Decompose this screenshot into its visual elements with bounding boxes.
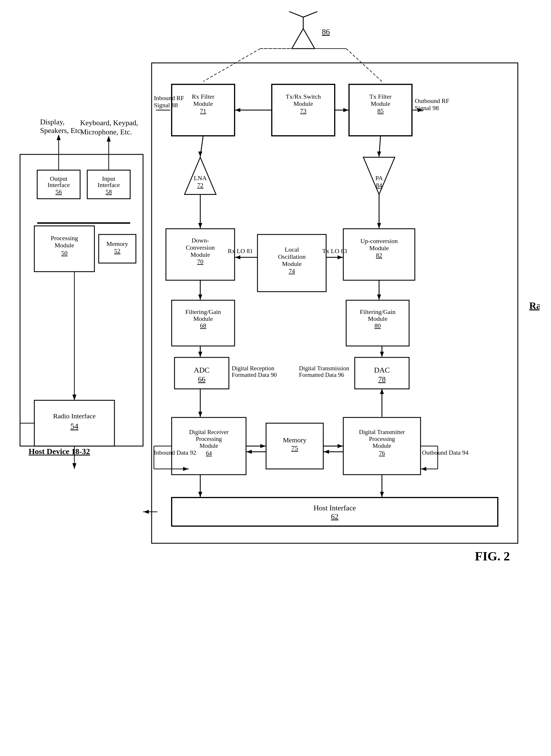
up-conversion-label: Up-conversion: [361, 237, 398, 244]
svg-line-36: [303, 11, 318, 17]
inbound-rf-label: Inbound RF: [154, 94, 184, 102]
inbound-data-label: Inbound Data 92: [154, 449, 196, 456]
down-conversion-label2: Conversion: [186, 244, 214, 251]
adc-number: 66: [198, 375, 205, 383]
down-conversion-label3: Module: [190, 251, 210, 258]
svg-rect-23: [172, 300, 234, 346]
svg-marker-69: [380, 389, 384, 394]
svg-marker-12: [72, 395, 76, 400]
svg-marker-51: [198, 295, 202, 300]
digital-receiver-label3: Module: [199, 442, 218, 449]
rx-lo-label: Rx LO 81: [228, 247, 253, 254]
tx-lo-label: Tx LO 83: [323, 247, 347, 254]
svg-rect-25: [166, 229, 234, 280]
outbound-data-label: Outbound Data 94: [422, 449, 469, 456]
svg-rect-32: [349, 84, 412, 136]
tx-filter-label2: Module: [371, 100, 390, 107]
radio-interface-label: Radio Interface: [53, 412, 96, 420]
svg-marker-94: [144, 510, 149, 514]
up-conversion-number: 82: [376, 252, 382, 259]
local-osc-label3: Module: [282, 260, 302, 267]
rx-filter-number: 71: [200, 107, 206, 114]
svg-line-38: [346, 49, 382, 81]
tx-filter-label: Tx Filter: [369, 93, 392, 100]
svg-marker-71: [380, 352, 384, 357]
filtering80-label2: Module: [368, 315, 387, 322]
local-osc-label2: Oscillation: [278, 253, 306, 260]
svg-line-76: [379, 136, 381, 157]
svg-marker-8: [57, 134, 61, 140]
svg-marker-49: [198, 223, 202, 228]
output-interface-label2: Interface: [47, 181, 70, 188]
down-conversion-number: 70: [197, 258, 203, 265]
memory-number: 52: [114, 247, 120, 254]
svg-rect-22: [355, 357, 409, 389]
antenna-number: 86: [322, 27, 330, 36]
svg-marker-77: [377, 152, 381, 157]
svg-line-35: [289, 11, 303, 17]
speakers-label: Speakers, Etc.: [40, 126, 82, 135]
lna-label: LNA: [194, 174, 206, 182]
memory-label: Memory: [106, 240, 128, 247]
svg-marker-47: [198, 152, 202, 157]
svg-rect-26: [257, 234, 326, 292]
radio-interface-number: 54: [70, 422, 78, 431]
svg-rect-1: [37, 170, 80, 199]
pa-label: PA: [375, 174, 383, 182]
svg-rect-27: [343, 229, 415, 280]
svg-marker-81: [338, 255, 343, 259]
svg-marker-55: [198, 412, 202, 417]
filtering80-label: Filtering/Gain: [360, 308, 396, 315]
digital-reception-label: Digital Reception: [232, 365, 274, 372]
outbound-rf-label: Outbound RF: [415, 97, 449, 104]
tx-filter-number: 85: [377, 107, 384, 114]
svg-marker-53: [198, 352, 202, 357]
svg-marker-65: [338, 444, 343, 448]
svg-rect-31: [272, 84, 335, 136]
txrx-switch-number: 73: [300, 107, 307, 114]
svg-marker-57: [198, 492, 202, 497]
svg-marker-59: [380, 492, 384, 497]
dac-number: 78: [378, 375, 386, 383]
memory75-label: Memory: [283, 436, 307, 444]
svg-rect-2: [87, 170, 130, 199]
up-conversion-label2: Module: [369, 244, 389, 252]
inbound-rf-label2: Signal 88: [154, 102, 178, 109]
svg-marker-67: [324, 450, 329, 454]
outbound-rf-label2: Signal 98: [415, 104, 439, 112]
local-osc-number: 74: [289, 267, 295, 274]
digital-receiver-number: 64: [206, 450, 212, 457]
keyboard-label: Keyboard, Keypad,: [80, 119, 138, 127]
input-interface-number: 58: [106, 188, 112, 195]
svg-rect-16: [152, 63, 518, 543]
digital-reception-label2: Formatted Data 90: [232, 371, 277, 378]
svg-rect-18: [172, 417, 246, 475]
filtering68-label2: Module: [193, 315, 213, 322]
pa-number: 84: [376, 182, 382, 189]
digital-transmitter-label: Digital Transmitter: [359, 429, 405, 435]
digital-transmission-label: Digital Transmission: [299, 365, 349, 372]
svg-rect-24: [346, 300, 409, 346]
host-device-label: Host Device 18-32: [29, 447, 90, 456]
txrx-switch-label2: Module: [294, 100, 313, 107]
digital-transmitter-label3: Module: [373, 442, 391, 449]
output-interface-label: Output: [50, 175, 67, 182]
svg-rect-0: [20, 154, 143, 446]
svg-rect-19: [266, 423, 323, 469]
svg-rect-5: [34, 400, 114, 446]
display-label: Display,: [40, 118, 65, 126]
txrx-switch-label: Tx/Rx Switch: [286, 93, 321, 100]
filtering68-number: 68: [200, 322, 206, 329]
fig-label: FIG. 2: [475, 549, 510, 563]
adc-label: ADC: [194, 366, 210, 374]
dac-label: DAC: [374, 366, 390, 374]
input-interface-label: Input: [102, 175, 115, 182]
processing-module-label: Processing: [51, 234, 78, 242]
input-interface-label2: Interface: [97, 181, 120, 188]
svg-marker-29: [363, 157, 395, 194]
svg-marker-73: [377, 295, 381, 300]
digital-transmission-label2: Formatted Data 96: [299, 371, 344, 378]
output-interface-number: 56: [55, 188, 62, 195]
svg-rect-30: [172, 84, 234, 136]
svg-rect-4: [99, 234, 136, 263]
